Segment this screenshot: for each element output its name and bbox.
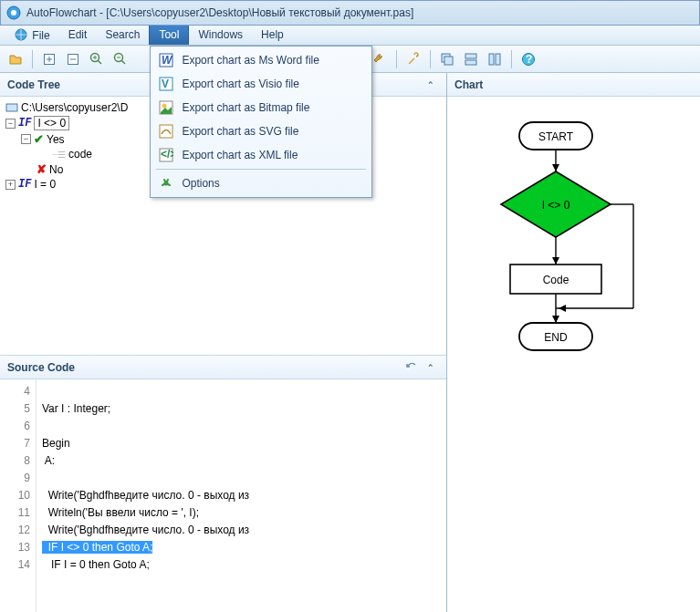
tile-h-button[interactable] (461, 49, 481, 69)
if-icon: IF (18, 117, 31, 130)
expand-icon[interactable]: + (5, 180, 16, 190)
svg-rect-19 (465, 54, 476, 58)
code-line[interactable]: Write('Bghdfhведите число. 0 - выход из (42, 487, 446, 504)
drive-icon (5, 102, 18, 113)
svg-rect-18 (444, 57, 453, 65)
chart-header: Chart (447, 73, 700, 97)
cascade-button[interactable] (437, 49, 457, 69)
svg-text:I <> 0: I <> 0 (541, 199, 569, 212)
svg-text:?: ? (526, 53, 532, 66)
svg-point-8 (162, 104, 167, 109)
tree-connector-icon: ┈☰ (52, 150, 66, 160)
menu-help[interactable]: Help (252, 26, 293, 45)
open-button[interactable] (5, 49, 26, 69)
globe-icon (15, 28, 27, 41)
svg-rect-9 (160, 125, 172, 138)
toolbar-separator (511, 50, 512, 68)
flow-decision: I <> 0 (501, 171, 611, 237)
svg-marker-40 (552, 316, 559, 323)
gutter: 4 5 6 7 8 9 10 11 12 13 14 (0, 379, 37, 612)
svg-text:W: W (162, 54, 173, 67)
expand-icon[interactable]: − (5, 119, 16, 129)
code-line[interactable] (42, 383, 446, 400)
flowchart: START I <> 0 Code (465, 113, 684, 405)
svg-point-1 (11, 10, 16, 16)
if-icon: IF (18, 178, 31, 191)
svg-marker-33 (552, 257, 559, 265)
gear-icon (158, 175, 174, 192)
svg-marker-41 (559, 305, 566, 312)
code-area[interactable]: Var I : Integer; Begin A: Write('Bghdfhв… (37, 379, 446, 612)
zoom-out-button[interactable] (110, 49, 131, 69)
panel-collapse-icon[interactable]: ⌃ (423, 359, 439, 376)
tile-v-button[interactable] (485, 49, 505, 69)
svg-rect-20 (465, 60, 476, 65)
source-code-panel: Source Code ⌃ 4 5 6 7 8 9 10 11 12 13 (0, 356, 446, 612)
zoom-in-button[interactable] (87, 49, 107, 69)
code-line[interactable]: A: (42, 452, 446, 470)
code-line[interactable]: Var I : Integer; (42, 400, 446, 418)
code-line[interactable]: Begin (42, 435, 446, 452)
code-editor[interactable]: 4 5 6 7 8 9 10 11 12 13 14 Var I : Integ… (0, 379, 446, 612)
check-icon: ✔ (34, 132, 44, 146)
code-tree-title: Code Tree (7, 78, 60, 91)
code-line[interactable]: IF I = 0 then Goto A; (42, 556, 446, 574)
flow-end: END (519, 323, 592, 350)
toolbar-separator (32, 50, 33, 68)
source-code-header: Source Code ⌃ (0, 356, 446, 379)
xml-icon: </> (158, 147, 174, 163)
expand-icon[interactable]: − (21, 134, 31, 144)
flow-start: START (519, 122, 592, 150)
titlebar: AutoFlowchart - [C:\Users\copyuser2\Desk… (0, 0, 700, 26)
svg-text:Code: Code (542, 274, 569, 286)
svg-marker-29 (552, 164, 559, 171)
options-item[interactable]: Options (152, 171, 370, 195)
code-line[interactable]: Writeln('Вы ввели число = ', I); (42, 504, 446, 522)
bitmap-icon (158, 99, 174, 116)
export-svg-item[interactable]: Export chart as SVG file (152, 119, 370, 143)
export-visio-item[interactable]: V Export chart as Visio file (152, 72, 370, 96)
menu-windows[interactable]: Windows (189, 26, 252, 45)
export-bitmap-item[interactable]: Export chart as Bitmap file (152, 96, 370, 119)
svg-rect-25 (6, 104, 17, 111)
source-code-title: Source Code (7, 361, 75, 374)
tools-button[interactable] (403, 49, 423, 69)
chart-canvas[interactable]: START I <> 0 Code (447, 97, 700, 612)
svg-text:</>: </> (161, 148, 173, 161)
panel-collapse-icon[interactable]: ⌃ (423, 77, 439, 93)
svg-rect-22 (496, 54, 500, 65)
window-title: AutoFlowchart - [C:\Users\copyuser2\Desk… (26, 6, 413, 19)
code-line-selected[interactable]: IF I <> 0 then Goto A; (42, 539, 446, 556)
menu-tool[interactable]: Tool W Export chart as Ms Word file V Ex… (149, 26, 189, 45)
toolbar-separator (396, 50, 397, 68)
svg-point-12 (164, 182, 169, 186)
app-icon (6, 5, 21, 20)
flow-code: Code (510, 265, 601, 294)
chart-panel: Chart START I <> 0 Code (447, 73, 700, 612)
menu-file[interactable]: File (5, 26, 59, 45)
export-xml-item[interactable]: </> Export chart as XML file (152, 143, 370, 167)
visio-icon: V (158, 76, 174, 92)
menubar: File Edit Search Tool W Export chart as … (0, 26, 700, 46)
svg-text:START: START (538, 130, 573, 143)
svg-text:END: END (544, 331, 568, 344)
export-word-item[interactable]: W Export chart as Ms Word file (152, 48, 370, 72)
svg-text:V: V (162, 78, 169, 90)
menu-search[interactable]: Search (96, 26, 149, 45)
svg-icon (158, 123, 174, 140)
word-icon: W (158, 52, 174, 68)
toolbar-separator (430, 50, 431, 68)
expand-button[interactable] (39, 49, 59, 69)
help-button[interactable]: ? (518, 49, 538, 69)
tool-dropdown: W Export chart as Ms Word file V Export … (150, 46, 372, 198)
code-line[interactable] (42, 470, 446, 487)
menu-edit[interactable]: Edit (59, 26, 97, 45)
svg-rect-21 (489, 54, 494, 65)
code-line[interactable]: Write('Bghdfhведите число. 0 - выход из (42, 522, 446, 539)
chart-title: Chart (454, 78, 483, 91)
cross-icon: ✘ (37, 162, 47, 176)
undo-icon[interactable] (403, 359, 420, 376)
dropdown-separator (156, 169, 366, 170)
collapse-button[interactable] (63, 49, 83, 69)
code-line[interactable] (42, 418, 446, 435)
